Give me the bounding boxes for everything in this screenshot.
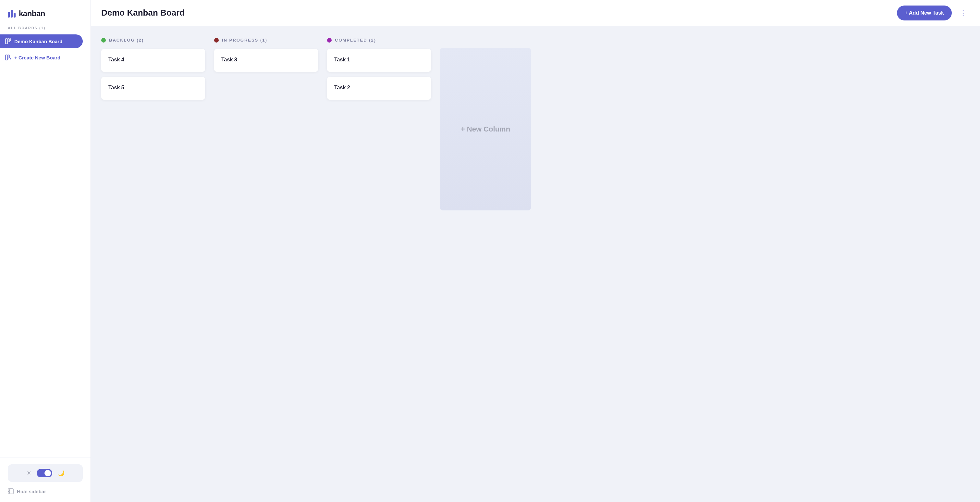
svg-rect-0 xyxy=(6,39,8,44)
theme-toggle-row: ☀ 🌙 xyxy=(8,464,83,482)
theme-toggle-switch[interactable] xyxy=(37,469,52,477)
task-card-task2[interactable]: Task 2 xyxy=(327,77,431,100)
task-card-task3[interactable]: Task 3 xyxy=(214,49,318,72)
logo-area: kanban xyxy=(0,0,91,26)
column-header-completed: COMPLETED (2) xyxy=(327,37,431,44)
board-area: BACKLOG (2)Task 4Task 5IN PROGRESS (1)Ta… xyxy=(91,26,980,502)
column-header-in-progress: IN PROGRESS (1) xyxy=(214,37,318,44)
sidebar-item-label: Demo Kanban Board xyxy=(14,39,62,44)
column-completed: COMPLETED (2)Task 1Task 2 xyxy=(327,37,431,100)
task-card-title-task5: Task 5 xyxy=(108,85,124,90)
board-title: Demo Kanban Board xyxy=(101,8,185,18)
sidebar: kanban ALL BOARDS (1) Demo Kanban Board xyxy=(0,0,91,502)
kanban-logo-icon xyxy=(8,10,16,18)
task-card-task5[interactable]: Task 5 xyxy=(101,77,205,100)
add-new-task-button[interactable]: + Add New Task xyxy=(897,6,952,21)
hide-sidebar-button[interactable]: Hide sidebar xyxy=(8,487,83,496)
task-card-title-task1: Task 1 xyxy=(334,57,350,62)
column-dot-in-progress xyxy=(214,38,219,43)
column-title-completed: COMPLETED (2) xyxy=(335,38,376,43)
svg-rect-4 xyxy=(8,55,10,58)
task-card-title-task2: Task 2 xyxy=(334,85,350,90)
hide-sidebar-icon xyxy=(8,488,14,494)
sidebar-bottom: ☀ 🌙 Hide sidebar xyxy=(0,457,91,502)
task-card-task1[interactable]: Task 1 xyxy=(327,49,431,72)
column-in-progress: IN PROGRESS (1)Task 3 xyxy=(214,37,318,72)
column-dot-completed xyxy=(327,38,332,43)
all-boards-label: ALL BOARDS (1) xyxy=(8,26,83,30)
new-column-button[interactable]: + New Column xyxy=(440,48,531,210)
svg-rect-3 xyxy=(6,55,8,60)
column-title-backlog: BACKLOG (2) xyxy=(109,38,144,43)
task-card-task4[interactable]: Task 4 xyxy=(101,49,205,72)
column-title-in-progress: IN PROGRESS (1) xyxy=(222,38,267,43)
header: Demo Kanban Board + Add New Task ⋮ xyxy=(91,0,980,26)
column-backlog: BACKLOG (2)Task 4Task 5 xyxy=(101,37,205,100)
task-card-title-task4: Task 4 xyxy=(108,57,124,62)
svg-rect-1 xyxy=(8,39,10,42)
moon-icon: 🌙 xyxy=(57,470,65,477)
task-card-title-task3: Task 3 xyxy=(221,57,237,62)
create-board-icon xyxy=(5,54,11,61)
sidebar-item-demo-kanban-board[interactable]: Demo Kanban Board xyxy=(0,34,83,48)
svg-rect-2 xyxy=(10,39,11,41)
create-new-board-button[interactable]: + Create New Board xyxy=(0,51,83,64)
new-column-label: + New Column xyxy=(461,125,510,134)
main-content: Demo Kanban Board + Add New Task ⋮ BACKL… xyxy=(91,0,980,502)
sun-icon: ☀ xyxy=(26,470,32,477)
more-options-button[interactable]: ⋮ xyxy=(957,8,970,19)
column-dot-backlog xyxy=(101,38,106,43)
logo-text: kanban xyxy=(19,9,45,18)
board-icon xyxy=(5,38,11,44)
svg-rect-7 xyxy=(8,489,13,494)
hide-sidebar-label: Hide sidebar xyxy=(17,489,46,494)
create-board-label: + Create New Board xyxy=(14,55,60,61)
header-actions: + Add New Task ⋮ xyxy=(897,6,970,21)
column-header-backlog: BACKLOG (2) xyxy=(101,37,205,44)
boards-section: ALL BOARDS (1) Demo Kanban Board xyxy=(0,26,91,457)
